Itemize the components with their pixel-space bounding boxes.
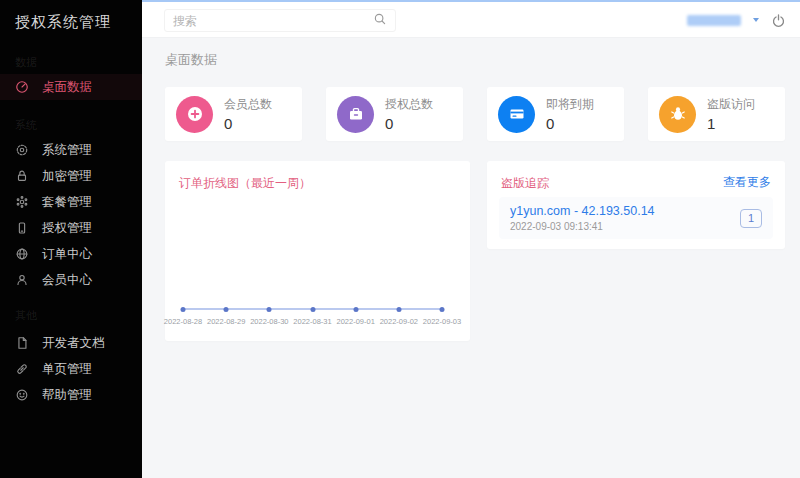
globe-icon xyxy=(15,247,29,261)
chart-point xyxy=(310,307,315,312)
chart-point xyxy=(181,307,186,312)
stat-label: 盗版访问 xyxy=(707,96,755,113)
piracy-list-item[interactable]: y1yun.com - 42.193.50.14 2022-09-03 09:1… xyxy=(499,197,773,239)
sidebar-item-label: 加密管理 xyxy=(42,168,92,185)
page-title: 桌面数据 xyxy=(165,51,217,69)
chart-point xyxy=(440,307,445,312)
stat-value: 1 xyxy=(707,115,755,132)
topbar xyxy=(142,0,800,38)
sidebar-item-label: 授权管理 xyxy=(42,220,92,237)
stat-card-pirate-visits: 盗版访问 1 xyxy=(648,87,785,141)
sidebar-item-packages[interactable]: 套餐管理 xyxy=(0,189,142,215)
piracy-panel-title: 盗版追踪 xyxy=(501,175,549,192)
piracy-timestamp: 2022-09-03 09:13:41 xyxy=(510,221,655,232)
line-chart: 2022-08-28 2022-08-29 2022-08-30 2022-08… xyxy=(183,305,442,331)
sidebar-group-label: 系统 xyxy=(0,119,142,132)
sidebar-item-label: 会员中心 xyxy=(42,272,92,289)
panels-row: 订单折线图（最近一周） 2022-08-28 2022-08-29 2022-0… xyxy=(165,161,785,341)
sidebar-group-label: 数据 xyxy=(0,56,142,69)
piracy-count-badge: 1 xyxy=(740,209,762,228)
user-icon xyxy=(15,273,29,287)
chevron-down-icon[interactable] xyxy=(753,18,759,22)
x-axis-label: 2022-09-03 xyxy=(423,317,461,326)
app-window: 授权系统管理 数据 桌面数据 系统 系统管理 加密管理 套餐管理 xyxy=(0,0,800,478)
document-icon xyxy=(15,336,29,350)
sidebar-item-encryption[interactable]: 加密管理 xyxy=(0,163,142,189)
dashboard-icon xyxy=(15,80,29,94)
x-axis-label: 2022-09-02 xyxy=(380,317,418,326)
x-axis-label: 2022-08-29 xyxy=(207,317,245,326)
sidebar-item-label: 开发者文档 xyxy=(42,335,105,352)
search-input[interactable] xyxy=(173,14,373,28)
chart-point xyxy=(224,307,229,312)
sidebar-item-orders[interactable]: 订单中心 xyxy=(0,241,142,267)
sidebar-item-label: 帮助管理 xyxy=(42,387,92,404)
sidebar-item-label: 套餐管理 xyxy=(42,194,92,211)
main-content: 桌面数据 会员总数 0 授权总数 0 xyxy=(142,39,800,478)
sidebar-item-label: 单页管理 xyxy=(42,361,92,378)
sidebar-item-single-page[interactable]: 单页管理 xyxy=(0,356,142,382)
stat-value: 0 xyxy=(224,115,272,132)
sidebar-group-label: 其他 xyxy=(0,309,142,322)
sidebar-item-help[interactable]: 帮助管理 xyxy=(0,382,142,408)
stat-value: 0 xyxy=(546,115,594,132)
sidebar-item-system[interactable]: 系统管理 xyxy=(0,137,142,163)
search-box xyxy=(164,9,396,32)
stat-card-members: 会员总数 0 xyxy=(165,87,302,141)
sidebar-item-label: 系统管理 xyxy=(42,142,92,159)
package-icon xyxy=(15,195,29,209)
chart-point xyxy=(353,307,358,312)
briefcase-icon xyxy=(337,96,374,133)
stat-label: 即将到期 xyxy=(546,96,594,113)
app-title: 授权系统管理 xyxy=(0,0,142,32)
sidebar-item-authorization[interactable]: 授权管理 xyxy=(0,215,142,241)
lock-icon xyxy=(15,169,29,183)
bug-icon xyxy=(659,96,696,133)
smile-icon xyxy=(15,388,29,402)
piracy-domain-link[interactable]: y1yun.com - 42.193.50.14 xyxy=(510,204,655,218)
piracy-tracking-panel: 盗版追踪 查看更多 y1yun.com - 42.193.50.14 2022-… xyxy=(487,161,785,249)
x-axis-label: 2022-09-01 xyxy=(336,317,374,326)
order-line-chart-panel: 订单折线图（最近一周） 2022-08-28 2022-08-29 2022-0… xyxy=(165,161,470,341)
search-icon[interactable] xyxy=(373,12,387,30)
sidebar-item-members[interactable]: 会员中心 xyxy=(0,267,142,293)
logout-power-button[interactable] xyxy=(771,13,786,28)
x-axis-label: 2022-08-31 xyxy=(293,317,331,326)
credit-card-icon xyxy=(498,96,535,133)
mobile-icon xyxy=(15,221,29,235)
link-icon xyxy=(15,362,29,376)
chart-title: 订单折线图（最近一周） xyxy=(179,175,311,192)
username-redacted[interactable] xyxy=(687,15,741,26)
stat-card-authorizations: 授权总数 0 xyxy=(326,87,463,141)
gear-icon xyxy=(15,143,29,157)
x-axis-label: 2022-08-28 xyxy=(164,317,202,326)
stat-value: 0 xyxy=(385,115,433,132)
stat-label: 会员总数 xyxy=(224,96,272,113)
sidebar-item-developer-docs[interactable]: 开发者文档 xyxy=(0,330,142,356)
sidebar-item-desktop-data[interactable]: 桌面数据 xyxy=(0,74,142,100)
chart-point xyxy=(396,307,401,312)
sidebar-item-label: 桌面数据 xyxy=(42,79,92,96)
view-more-link[interactable]: 查看更多 xyxy=(723,174,771,191)
chart-point xyxy=(267,307,272,312)
user-area xyxy=(687,2,786,38)
sidebar: 授权系统管理 数据 桌面数据 系统 系统管理 加密管理 套餐管理 xyxy=(0,0,142,478)
stat-card-expiring: 即将到期 0 xyxy=(487,87,624,141)
stat-label: 授权总数 xyxy=(385,96,433,113)
x-axis-label: 2022-08-30 xyxy=(250,317,288,326)
plus-circle-icon xyxy=(176,96,213,133)
stat-cards-row: 会员总数 0 授权总数 0 即将到期 0 xyxy=(165,87,785,141)
sidebar-item-label: 订单中心 xyxy=(42,246,92,263)
